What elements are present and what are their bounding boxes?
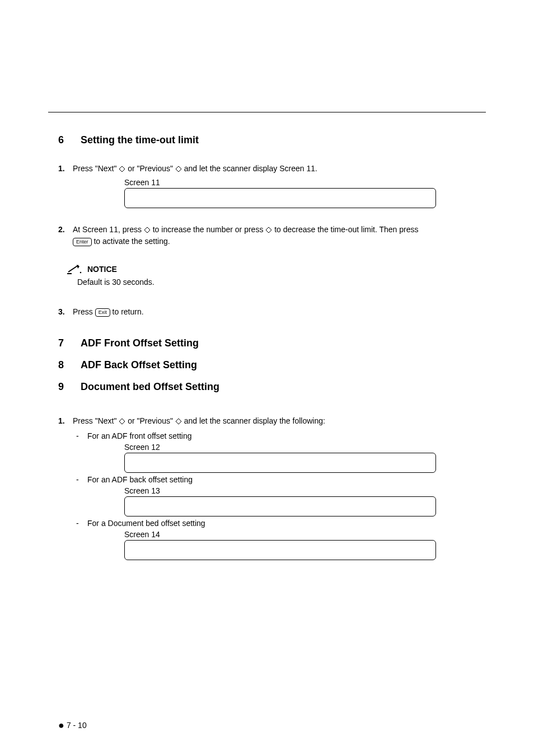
step-text-tail: to activate the setting. [93, 237, 170, 246]
section6-step1: 1. Press "Next" or "Previous" and let th… [58, 163, 486, 175]
screen-box-14 [124, 540, 436, 560]
section6-step2: 2. At Screen 11, press to increase the n… [58, 224, 486, 247]
step-text-pre: Press "Next" [73, 164, 119, 173]
heading-number: 8 [58, 359, 71, 371]
step-text-post: to return. [113, 307, 144, 316]
page-number: 7 - 10 [67, 721, 87, 730]
screen-box-13 [124, 496, 436, 516]
step-body: Press "Next" or "Previous" and let the s… [73, 163, 486, 175]
step-text-mid: or "Previous" [128, 164, 175, 173]
step-text-post: and let the scanner display Screen 11. [184, 164, 317, 173]
heading-9: 9 Document bed Offset Setting [58, 381, 486, 393]
screen-label-14: Screen 14 [124, 530, 486, 539]
screen-label-13: Screen 13 [124, 486, 486, 495]
step-text-post: to decrease the time-out limit. Then pre… [274, 225, 418, 234]
diamond-icon [144, 227, 151, 233]
dash: - [76, 431, 81, 440]
notice-body: Default is 30 seconds. [77, 278, 486, 287]
sub-item-2: - For an ADF back offset setting [76, 475, 486, 484]
diamond-icon [175, 166, 182, 172]
heading-title: ADF Front Offset Setting [81, 337, 199, 349]
step-number: 1. [58, 163, 68, 175]
screen-label-11: Screen 11 [124, 178, 486, 187]
sub-item-1: - For an ADF front offset setting [76, 431, 486, 440]
step-text-pre: Press [73, 307, 95, 316]
heading-8: 8 ADF Back Offset Setting [58, 359, 486, 371]
step-text-pre: Press "Next" [73, 416, 119, 425]
step-text-mid: or "Previous" [128, 416, 175, 425]
heading-number: 7 [58, 337, 71, 349]
step-text-post: and let the scanner display the followin… [184, 416, 325, 425]
step-text-mid: to increase the number or press [153, 225, 266, 234]
diamond-icon [119, 166, 125, 172]
notice-label: NOTICE [87, 265, 117, 274]
screen-box-11 [124, 188, 436, 208]
step-text-pre: At Screen 11, press [73, 225, 144, 234]
sub-item-text: For a Document bed offset setting [87, 519, 205, 528]
horizontal-rule [48, 112, 486, 112]
notice-heading: NOTICE [67, 264, 486, 274]
sub-item-3: - For a Document bed offset setting [76, 519, 486, 528]
sub-item-text: For an ADF back offset setting [87, 475, 193, 484]
dash: - [76, 475, 81, 484]
step-number: 2. [58, 224, 68, 247]
heading-6: 6 Setting the time-out limit [58, 134, 486, 146]
heading-7: 7 ADF Front Offset Setting [58, 337, 486, 349]
step-body: Press "Next" or "Previous" and let the s… [73, 415, 486, 427]
step-body: At Screen 11, press to increase the numb… [73, 224, 486, 247]
heading-number: 6 [58, 134, 71, 146]
diamond-icon [175, 418, 182, 425]
step-number: 1. [58, 415, 68, 427]
heading-title: ADF Back Offset Setting [81, 359, 197, 371]
dash: - [76, 519, 81, 528]
diamond-icon [265, 227, 272, 233]
page-footer: ● 7 - 10 [58, 720, 87, 730]
screen-box-12 [124, 453, 436, 473]
sub-item-text: For an ADF front offset setting [87, 431, 192, 440]
enter-key: Enter [73, 238, 92, 246]
diamond-icon [119, 418, 125, 425]
step-body: Press Exit to return. [73, 306, 486, 318]
heading-title: Setting the time-out limit [81, 134, 199, 146]
heading-title: Document bed Offset Setting [81, 381, 219, 393]
notice-icon [67, 264, 82, 274]
heading-number: 9 [58, 381, 71, 393]
screen-label-12: Screen 12 [124, 443, 486, 452]
svg-point-0 [80, 272, 82, 274]
section9-step1: 1. Press "Next" or "Previous" and let th… [58, 415, 486, 427]
section6-step3: 3. Press Exit to return. [58, 306, 486, 318]
exit-key: Exit [95, 308, 110, 317]
step-number: 3. [58, 306, 68, 318]
bullet-icon: ● [58, 720, 64, 730]
